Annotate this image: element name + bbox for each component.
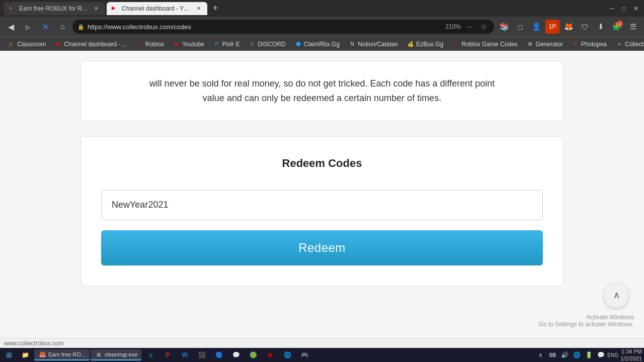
redeem-section: Redeem Codes Redeem — [80, 136, 564, 286]
language-indicator[interactable]: ENG — [608, 350, 617, 359]
taskbar-excel[interactable]: X — [142, 349, 158, 360]
taskbar: ⊞ 📁 🦊 Earn free RO... 🖥 cleanmgr.exe X P… — [0, 348, 644, 362]
taskbar-file-explorer[interactable]: 📁 — [17, 349, 33, 360]
start-button[interactable]: ⊞ — [2, 349, 16, 360]
taskbar-word[interactable]: W — [177, 349, 193, 360]
tab-roblox-close[interactable]: ✕ — [93, 5, 100, 12]
bookmark-collectrobux[interactable]: ● CollectRobux.com — [612, 40, 644, 49]
system-tray: ∧ SB 🔊 🌐 🔋 💬 ENG 1:34 PM 1/2/2021 — [536, 348, 642, 362]
notion-label: Notion/Catatan — [358, 41, 398, 48]
tab-youtube-close[interactable]: ✕ — [195, 5, 202, 12]
redeem-button[interactable]: Redeem — [101, 230, 543, 265]
tray-speaker[interactable]: 🔊 — [560, 350, 569, 359]
bookmark-youtube[interactable]: ▶ Youtube — [169, 40, 208, 49]
sync-icon[interactable]: 1P — [545, 20, 559, 34]
ezbux-favicon: 💰 — [407, 41, 414, 48]
generator-label: Generator — [536, 41, 563, 48]
tray-datetime[interactable]: 1:34 PM 1/2/2021 — [620, 348, 642, 362]
maximize-button[interactable]: □ — [620, 5, 628, 13]
bookmarks-icon[interactable]: 📚 — [497, 20, 511, 34]
taskbar-gamepad[interactable]: 🎮 — [296, 349, 312, 360]
taskbar-firefox[interactable]: 🦊 Earn free RO... — [34, 349, 90, 360]
status-url: www.collectrobux.com — [4, 340, 64, 347]
minimize-button[interactable]: ─ — [608, 5, 616, 13]
shield-icon[interactable]: 🛡 — [578, 20, 592, 34]
bookmark-discord[interactable]: D DISCORD — [245, 40, 289, 49]
word-icon: W — [181, 351, 189, 359]
bookmark-classroom[interactable]: 🎓 Classroom — [4, 40, 50, 49]
addon-badge-icon[interactable]: 🧩 1 — [610, 20, 624, 34]
forward-button[interactable]: ▶ — [21, 20, 35, 34]
excel-icon: X — [146, 351, 154, 359]
discord-label: DISCORD — [258, 41, 285, 48]
activate-windows-subtitle: Go to Settings to activate Windows. — [539, 321, 634, 328]
new-tab-button[interactable]: + — [209, 3, 221, 15]
pixlr-favicon: P — [213, 41, 220, 48]
bookmark-roblox-codes[interactable]: ● Roblox Game Codes — [448, 40, 521, 49]
app9-icon: 🌐 — [283, 351, 291, 359]
yt-favicon-1: ▶ — [55, 41, 62, 48]
scroll-to-top-button[interactable]: ∧ — [604, 283, 629, 308]
tray-network[interactable]: 🌐 — [572, 350, 581, 359]
bookmark-pixlr[interactable]: P Pixlr E — [209, 40, 244, 49]
nav-right-icons: 📚 □ 👤 1P 🦊 🛡 ⬇ 🧩 1 ☰ — [497, 20, 640, 34]
download-icon[interactable]: ⬇ — [594, 20, 608, 34]
activate-windows-watermark: Activate Windows Go to Settings to activ… — [539, 314, 634, 328]
msg-icon: 💬 — [232, 351, 240, 359]
taskbar-cleanmgr[interactable]: 🖥 cleanmgr.exe — [91, 349, 141, 360]
bookmark-channel-dashboard[interactable]: ▶ Channel dashboard - ... — [51, 40, 131, 49]
powershell-icon: 🔵 — [215, 351, 223, 359]
container-icon[interactable]: □ — [513, 20, 527, 34]
yt-favicon-2: ▶ — [173, 41, 180, 48]
bookmark-claimrbx[interactable]: 🔷 ClaimRbx.Gg — [291, 40, 344, 49]
taskbar-powershell[interactable]: 🔵 — [211, 349, 227, 360]
file-explorer-icon: 📁 — [21, 351, 29, 359]
window-controls: ─ □ ✕ — [608, 5, 640, 13]
tray-keyboard[interactable]: SB — [548, 350, 557, 359]
taskbar-powerpoint[interactable]: P — [159, 349, 176, 360]
youtube-label: Youtube — [182, 41, 204, 48]
roblox-favicon-1: ● — [136, 41, 143, 48]
address-text: https://www.collectrobux.com/codes — [88, 23, 442, 31]
collectrobux-favicon: ● — [616, 41, 623, 48]
redeem-title: Redeem Codes — [101, 157, 543, 170]
taskbar-app9[interactable]: 🌐 — [279, 349, 295, 360]
loading-button[interactable]: ✕ — [38, 20, 52, 34]
account-icon[interactable]: 👤 — [529, 20, 543, 34]
taskbar-app8[interactable]: 🟢 — [245, 349, 261, 360]
tray-time: 1:34 PM — [620, 348, 642, 355]
tray-arrow[interactable]: ∧ — [536, 350, 545, 359]
tray-battery[interactable]: 🔋 — [584, 350, 593, 359]
address-more[interactable]: ··· — [464, 21, 475, 32]
extension-icon[interactable]: 🦊 — [561, 20, 576, 34]
menu-button[interactable]: ☰ — [626, 20, 640, 34]
tray-date: 1/2/2021 — [620, 355, 642, 362]
home-button[interactable]: ⌂ — [55, 20, 69, 34]
bookmark-roblox[interactable]: ● Roblox — [132, 40, 168, 49]
page-content: will never be sold for real money, so do… — [70, 51, 574, 296]
bookmark-photopea[interactable]: P Photopea — [568, 40, 611, 49]
tray-notification[interactable]: 💬 — [596, 350, 605, 359]
ezbux-label: EzBux.Gg — [416, 41, 443, 48]
close-button[interactable]: ✕ — [632, 5, 640, 13]
address-bar[interactable]: 🔒 https://www.collectrobux.com/codes 210… — [72, 20, 494, 34]
channel-dashboard-label: Channel dashboard - ... — [64, 41, 127, 48]
terminal-icon: ⬛ — [198, 351, 206, 359]
code-input[interactable] — [101, 190, 543, 220]
tab-roblox[interactable]: ● Earn free ROBUX for ROBLOX! ✕ — [4, 2, 105, 15]
bookmark-notion[interactable]: N Notion/Catatan — [345, 40, 402, 49]
bookmark-star[interactable]: ☆ — [478, 21, 489, 32]
firefox-label: Earn free RO... — [48, 351, 86, 357]
taskbar-terminal[interactable]: ⬛ — [194, 349, 210, 360]
app8-icon: 🟢 — [249, 351, 257, 359]
taskbar-record[interactable]: ⏺ — [262, 349, 278, 360]
photopea-label: Photopea — [581, 41, 607, 48]
back-button[interactable]: ◀ — [4, 20, 18, 34]
lock-icon: 🔒 — [77, 24, 85, 30]
taskbar-msg[interactable]: 💬 — [228, 349, 244, 360]
bookmark-ezbux[interactable]: 💰 EzBux.Gg — [403, 40, 447, 49]
cleanmgr-icon: 🖥 — [95, 350, 103, 358]
bookmark-generator[interactable]: ⚙ Generator — [523, 40, 567, 49]
collectrobux-label: CollectRobux.com — [625, 41, 644, 48]
tab-youtube[interactable]: ▶ Channel dashboard - YouTub... ✕ — [107, 2, 207, 15]
